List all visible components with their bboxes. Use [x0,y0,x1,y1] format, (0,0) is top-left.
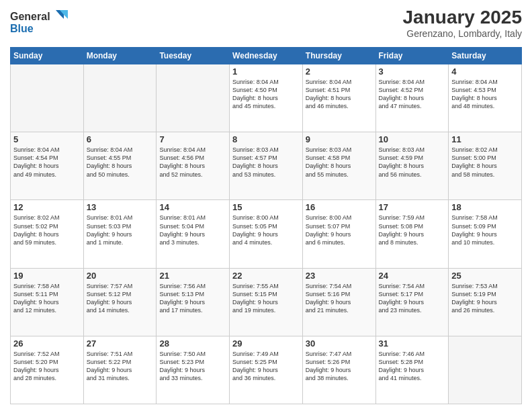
day-number: 20 [87,271,154,281]
day-number: 16 [306,202,373,212]
cell-info: Sunrise: 8:03 AM Sunset: 4:58 PM Dayligh… [306,146,373,179]
cell-info: Sunrise: 7:58 AM Sunset: 5:11 PM Dayligh… [13,282,81,315]
week-row-1: 1Sunrise: 8:04 AM Sunset: 4:50 PM Daylig… [11,64,522,132]
cell-info: Sunrise: 7:55 AM Sunset: 5:15 PM Dayligh… [232,282,300,315]
calendar-cell: 21Sunrise: 7:56 AM Sunset: 5:13 PM Dayli… [157,268,230,336]
calendar-cell [11,64,84,132]
day-number: 7 [159,134,226,144]
calendar-cell: 25Sunrise: 7:53 AM Sunset: 5:19 PM Dayli… [449,268,522,336]
logo-block: General Blue [10,7,84,42]
month-title: January 2025 [403,7,522,28]
calendar-cell: 29Sunrise: 7:49 AM Sunset: 5:25 PM Dayli… [230,336,303,404]
day-number: 27 [87,338,154,349]
week-row-5: 26Sunrise: 7:52 AM Sunset: 5:20 PM Dayli… [11,336,522,404]
weekday-wednesday: Wednesday [230,48,303,64]
calendar-cell: 7Sunrise: 8:04 AM Sunset: 4:56 PM Daylig… [157,132,230,200]
page: General Blue January 2025 Gerenzano, Lom… [0,0,532,411]
day-number: 5 [13,134,81,144]
cell-info: Sunrise: 8:04 AM Sunset: 4:56 PM Dayligh… [159,146,226,179]
cell-info: Sunrise: 7:50 AM Sunset: 5:23 PM Dayligh… [159,350,226,383]
weekday-friday: Friday [375,48,449,64]
calendar-cell: 27Sunrise: 7:51 AM Sunset: 5:22 PM Dayli… [83,336,157,404]
day-number: 11 [451,134,519,144]
week-row-2: 5Sunrise: 8:04 AM Sunset: 4:54 PM Daylig… [11,132,522,200]
cell-info: Sunrise: 8:00 AM Sunset: 5:05 PM Dayligh… [232,214,300,246]
location: Gerenzano, Lombardy, Italy [403,28,522,39]
day-number: 18 [451,202,519,212]
calendar-table: SundayMondayTuesdayWednesdayThursdayFrid… [10,47,522,404]
day-number: 19 [13,271,81,281]
calendar-cell: 11Sunrise: 8:02 AM Sunset: 5:00 PM Dayli… [449,132,522,200]
day-number: 3 [379,66,446,77]
cell-info: Sunrise: 7:57 AM Sunset: 5:12 PM Dayligh… [87,282,154,315]
calendar-cell [157,64,230,132]
cell-info: Sunrise: 7:51 AM Sunset: 5:22 PM Dayligh… [87,350,154,383]
calendar-cell: 4Sunrise: 8:04 AM Sunset: 4:53 PM Daylig… [449,64,522,132]
cell-info: Sunrise: 7:56 AM Sunset: 5:13 PM Dayligh… [159,282,226,315]
calendar-cell [83,64,157,132]
day-number: 25 [451,271,519,281]
weekday-header-row: SundayMondayTuesdayWednesdayThursdayFrid… [11,48,522,64]
cell-info: Sunrise: 8:00 AM Sunset: 5:07 PM Dayligh… [306,214,373,246]
cell-info: Sunrise: 7:54 AM Sunset: 5:17 PM Dayligh… [379,282,446,315]
cell-info: Sunrise: 7:46 AM Sunset: 5:28 PM Dayligh… [379,350,446,383]
cell-info: Sunrise: 7:54 AM Sunset: 5:16 PM Dayligh… [306,282,373,315]
day-number: 6 [87,134,154,144]
day-number: 22 [232,271,300,281]
day-number: 31 [379,338,446,349]
header: General Blue January 2025 Gerenzano, Lom… [10,7,522,42]
calendar-cell: 26Sunrise: 7:52 AM Sunset: 5:20 PM Dayli… [11,336,84,404]
calendar-cell: 16Sunrise: 8:00 AM Sunset: 5:07 PM Dayli… [302,200,375,268]
calendar-cell: 15Sunrise: 8:00 AM Sunset: 5:05 PM Dayli… [230,200,303,268]
weekday-saturday: Saturday [449,48,522,64]
svg-text:Blue: Blue [10,23,34,34]
cell-info: Sunrise: 7:52 AM Sunset: 5:20 PM Dayligh… [13,350,81,383]
cell-info: Sunrise: 7:58 AM Sunset: 5:09 PM Dayligh… [451,214,519,246]
weekday-tuesday: Tuesday [157,48,230,64]
day-number: 13 [87,202,154,212]
calendar-cell: 31Sunrise: 7:46 AM Sunset: 5:28 PM Dayli… [375,336,449,404]
cell-info: Sunrise: 8:04 AM Sunset: 4:55 PM Dayligh… [87,146,154,179]
cell-info: Sunrise: 7:47 AM Sunset: 5:26 PM Dayligh… [306,350,373,383]
calendar-cell: 22Sunrise: 7:55 AM Sunset: 5:15 PM Dayli… [230,268,303,336]
week-row-3: 12Sunrise: 8:02 AM Sunset: 5:02 PM Dayli… [11,200,522,268]
title-block: January 2025 Gerenzano, Lombardy, Italy [403,7,522,39]
cell-info: Sunrise: 8:03 AM Sunset: 4:59 PM Dayligh… [379,146,446,179]
weekday-monday: Monday [83,48,157,64]
cell-info: Sunrise: 8:04 AM Sunset: 4:54 PM Dayligh… [13,146,81,179]
svg-text:General: General [10,11,50,22]
calendar-cell: 20Sunrise: 7:57 AM Sunset: 5:12 PM Dayli… [83,268,157,336]
day-number: 28 [159,338,226,349]
cell-info: Sunrise: 8:04 AM Sunset: 4:50 PM Dayligh… [232,78,300,111]
day-number: 10 [379,134,446,144]
calendar-cell: 5Sunrise: 8:04 AM Sunset: 4:54 PM Daylig… [11,132,84,200]
calendar-cell: 12Sunrise: 8:02 AM Sunset: 5:02 PM Dayli… [11,200,84,268]
cell-info: Sunrise: 8:02 AM Sunset: 5:00 PM Dayligh… [451,146,519,179]
logo-svg: General Blue [10,7,84,39]
calendar-cell: 6Sunrise: 8:04 AM Sunset: 4:55 PM Daylig… [83,132,157,200]
day-number: 1 [232,66,300,77]
day-number: 26 [13,338,81,349]
calendar-cell: 18Sunrise: 7:58 AM Sunset: 5:09 PM Dayli… [449,200,522,268]
cell-info: Sunrise: 8:02 AM Sunset: 5:02 PM Dayligh… [13,214,81,246]
calendar-cell: 19Sunrise: 7:58 AM Sunset: 5:11 PM Dayli… [11,268,84,336]
weekday-thursday: Thursday [302,48,375,64]
week-row-4: 19Sunrise: 7:58 AM Sunset: 5:11 PM Dayli… [11,268,522,336]
cell-info: Sunrise: 8:04 AM Sunset: 4:52 PM Dayligh… [379,78,446,111]
cell-info: Sunrise: 8:03 AM Sunset: 4:57 PM Dayligh… [232,146,300,179]
calendar-cell [449,336,522,404]
day-number: 12 [13,202,81,212]
calendar-cell: 13Sunrise: 8:01 AM Sunset: 5:03 PM Dayli… [83,200,157,268]
day-number: 21 [159,271,226,281]
calendar-cell: 17Sunrise: 7:59 AM Sunset: 5:08 PM Dayli… [375,200,449,268]
calendar-cell: 8Sunrise: 8:03 AM Sunset: 4:57 PM Daylig… [230,132,303,200]
day-number: 17 [379,202,446,212]
day-number: 4 [451,66,519,77]
cell-info: Sunrise: 8:01 AM Sunset: 5:03 PM Dayligh… [87,214,154,246]
day-number: 2 [306,66,373,77]
day-number: 15 [232,202,300,212]
cell-info: Sunrise: 8:04 AM Sunset: 4:51 PM Dayligh… [306,78,373,111]
calendar-cell: 9Sunrise: 8:03 AM Sunset: 4:58 PM Daylig… [302,132,375,200]
calendar-cell: 24Sunrise: 7:54 AM Sunset: 5:17 PM Dayli… [375,268,449,336]
day-number: 29 [232,338,300,349]
